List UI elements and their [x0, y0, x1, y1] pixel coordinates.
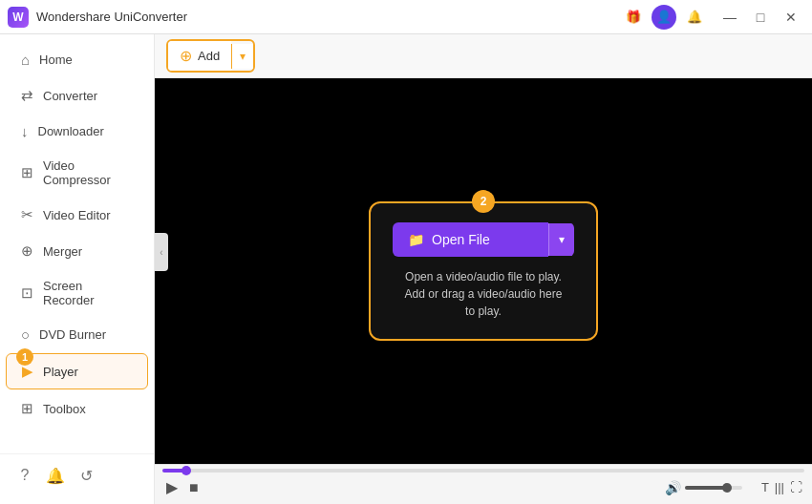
player-area: 2 📁 Open File ▾ Open a video/audio file …	[155, 78, 812, 504]
sidebar-label-video-compressor: Video Compressor	[43, 158, 133, 187]
sidebar-label-player: Player	[43, 365, 78, 379]
right-controls: T ||| ⛶	[761, 480, 802, 494]
downloader-icon: ↓	[21, 123, 29, 139]
sidebar-label-toolbox: Toolbox	[43, 402, 86, 416]
sidebar-label-merger: Merger	[43, 244, 82, 259]
stop-button[interactable]: ■	[187, 477, 201, 498]
progress-bar-container[interactable]	[155, 465, 812, 472]
video-compressor-icon: ⊞	[21, 164, 33, 181]
converter-icon: ⇄	[21, 87, 33, 104]
sidebar-label-screen-recorder: Screen Recorder	[43, 279, 133, 307]
subtitle-button[interactable]: T	[761, 480, 769, 494]
refresh-icon[interactable]: ↺	[73, 462, 99, 489]
play-button[interactable]: ▶	[164, 476, 180, 498]
close-button[interactable]: ✕	[778, 4, 804, 31]
notification-bell-icon[interactable]: 🔔	[42, 462, 69, 489]
video-canvas: 2 📁 Open File ▾ Open a video/audio file …	[155, 78, 812, 464]
help-icon[interactable]: ?	[11, 462, 38, 489]
open-file-badge: 2	[472, 190, 495, 213]
speed-button[interactable]: |||	[775, 480, 784, 494]
title-bar-icons: 🎁 👤 🔔	[621, 5, 707, 30]
sidebar: ⌂ Home ⇄ Converter ↓ Downloader ⊞ Video …	[0, 34, 155, 504]
sidebar-collapse-handle[interactable]: ‹	[155, 233, 168, 271]
sidebar-label-converter: Converter	[43, 89, 97, 103]
fullscreen-icon: ⛶	[790, 480, 802, 494]
app-title: Wondershare UniConverter	[36, 10, 187, 24]
sidebar-label-dvd-burner: DVD Burner	[39, 327, 106, 342]
minimize-button[interactable]: —	[716, 4, 743, 31]
gift-icon[interactable]: 🎁	[621, 5, 646, 30]
subtitle-icon: T	[761, 480, 769, 494]
sidebar-item-downloader[interactable]: ↓ Downloader	[6, 115, 148, 148]
sidebar-item-player[interactable]: 1 ▶ Player	[6, 353, 148, 389]
open-file-folder-icon: 📁	[408, 232, 424, 247]
add-file-main-button[interactable]: ⊕ Add	[168, 41, 231, 71]
dvd-burner-icon: ○	[21, 326, 30, 343]
add-file-button[interactable]: ⊕ Add ▾	[166, 39, 255, 73]
content-area: ‹ ⊕ Add ▾ 2 📁 Open File	[155, 34, 812, 504]
home-icon: ⌂	[21, 52, 30, 68]
volume-fill	[685, 486, 725, 490]
volume-slider[interactable]	[685, 486, 742, 490]
toolbox-icon: ⊞	[21, 400, 33, 417]
fullscreen-button[interactable]: ⛶	[790, 480, 802, 494]
open-file-main-button[interactable]: 📁 Open File	[393, 222, 548, 257]
volume-area: 🔊	[665, 480, 742, 495]
playback-bar: ▶ ■ 🔊 T |||	[155, 464, 812, 504]
video-editor-icon: ✂	[21, 206, 33, 223]
sidebar-item-home[interactable]: ⌂ Home	[6, 43, 148, 76]
sidebar-bottom: ? 🔔 ↺	[0, 453, 154, 496]
notification-icon[interactable]: 🔔	[682, 5, 707, 30]
maximize-button[interactable]: □	[747, 4, 774, 31]
volume-icon: 🔊	[665, 480, 681, 495]
sidebar-label-video-editor: Video Editor	[43, 208, 111, 222]
sidebar-item-merger[interactable]: ⊕ Merger	[6, 234, 148, 268]
app-logo: W	[8, 7, 29, 28]
sidebar-label-downloader: Downloader	[38, 124, 104, 138]
open-file-hint: Open a video/audio file to play. Add or …	[399, 268, 567, 320]
open-file-label: Open File	[432, 232, 490, 247]
title-bar-left: W Wondershare UniConverter	[8, 7, 187, 28]
open-file-dropdown-arrow[interactable]: ▾	[548, 223, 574, 256]
sidebar-item-converter[interactable]: ⇄ Converter	[6, 78, 148, 113]
player-badge: 1	[16, 348, 33, 366]
toolbar: ⊕ Add ▾	[155, 34, 812, 78]
window-controls: — □ ✕	[716, 4, 804, 31]
progress-bar-track[interactable]	[162, 469, 804, 472]
user-icon[interactable]: 👤	[652, 5, 676, 30]
title-bar: W Wondershare UniConverter 🎁 👤 🔔 — □ ✕	[0, 0, 812, 34]
sidebar-item-screen-recorder[interactable]: ⊡ Screen Recorder	[6, 270, 148, 316]
add-dropdown-arrow[interactable]: ▾	[231, 44, 253, 69]
open-file-overlay: 2 📁 Open File ▾ Open a video/audio file …	[369, 201, 598, 341]
screen-recorder-icon: ⊡	[21, 284, 33, 302]
sidebar-item-toolbox[interactable]: ⊞ Toolbox	[6, 391, 148, 426]
add-icon: ⊕	[180, 47, 192, 65]
open-file-hint-line1: Open a video/audio file to play.	[399, 268, 567, 285]
sidebar-item-video-editor[interactable]: ✂ Video Editor	[6, 198, 148, 232]
controls-row: ▶ ■ 🔊 T |||	[155, 472, 812, 504]
open-file-hint-line2: Add or drag a video/audio here to play.	[399, 285, 567, 320]
sidebar-item-dvd-burner[interactable]: ○ DVD Burner	[6, 318, 148, 351]
sidebar-item-video-compressor[interactable]: ⊞ Video Compressor	[6, 150, 148, 196]
sidebar-label-home: Home	[39, 52, 73, 67]
open-file-button-group[interactable]: 📁 Open File ▾	[393, 222, 574, 257]
main-layout: ⌂ Home ⇄ Converter ↓ Downloader ⊞ Video …	[0, 34, 812, 504]
speed-icon: |||	[775, 480, 784, 494]
merger-icon: ⊕	[21, 242, 33, 260]
add-label: Add	[198, 49, 220, 63]
volume-dot	[722, 483, 732, 493]
